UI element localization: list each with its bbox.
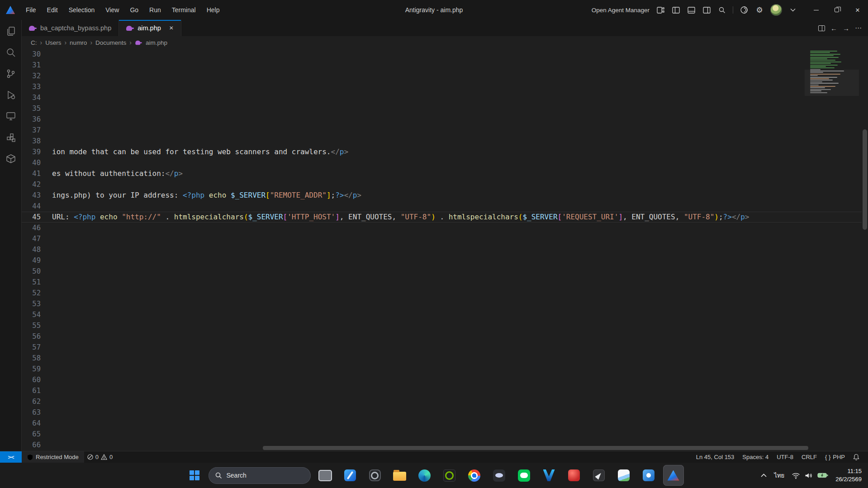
- horizontal-scrollbar[interactable]: [22, 445, 862, 451]
- editor-line[interactable]: 54: [22, 309, 862, 320]
- breadcrumb-item[interactable]: aim.php: [146, 39, 167, 46]
- red-app-icon[interactable]: [564, 465, 584, 486]
- editor-line[interactable]: 51: [22, 277, 862, 288]
- edge-browser-icon[interactable]: [414, 465, 435, 486]
- editor-line[interactable]: 64: [22, 418, 862, 429]
- split-editor-icon[interactable]: [818, 25, 825, 31]
- menu-terminal[interactable]: Terminal: [167, 4, 201, 16]
- editor-line[interactable]: 40: [22, 157, 862, 168]
- blue-v-app-icon[interactable]: [539, 465, 560, 486]
- open-agent-manager-button[interactable]: Open Agent Manager: [592, 7, 650, 14]
- system-tray-group[interactable]: [792, 472, 828, 479]
- agent-manager-icon[interactable]: [656, 5, 665, 14]
- editor-line[interactable]: 42: [22, 179, 862, 190]
- editor-line[interactable]: 36: [22, 114, 862, 125]
- paint-blue-app-icon[interactable]: [638, 465, 659, 486]
- editor-line[interactable]: 58: [22, 353, 862, 364]
- indentation-setting[interactable]: Spaces: 4: [738, 454, 773, 460]
- pen-app-icon[interactable]: [588, 465, 609, 486]
- editor-line[interactable]: 39ion mode that can be used for testing …: [22, 147, 862, 157]
- editor-line[interactable]: 57: [22, 342, 862, 353]
- extensions-icon[interactable]: [2, 129, 20, 146]
- editor-line[interactable]: 41es without authentication:</p>: [22, 168, 862, 179]
- navigate-forward-icon[interactable]: →: [843, 24, 849, 32]
- minimap[interactable]: [810, 50, 854, 93]
- notifications-bell-icon[interactable]: [849, 454, 863, 460]
- chevron-down-icon[interactable]: [788, 5, 797, 14]
- toggle-bottom-panel-icon[interactable]: [687, 5, 696, 14]
- vertical-scrollbar[interactable]: [862, 49, 868, 451]
- editor-line[interactable]: 60: [22, 374, 862, 385]
- tab-aim.php[interactable]: aim.php✕: [119, 20, 181, 36]
- close-button[interactable]: ✕: [847, 0, 868, 20]
- search-icon[interactable]: [2, 44, 20, 61]
- editor-line[interactable]: 31: [22, 60, 862, 71]
- dark-circle-app-icon[interactable]: [365, 465, 385, 486]
- menu-edit[interactable]: Edit: [42, 4, 63, 16]
- editor-line[interactable]: 48: [22, 244, 862, 255]
- editor-line[interactable]: 52: [22, 288, 862, 298]
- discord-app-icon[interactable]: [489, 465, 510, 486]
- editor-line[interactable]: 53: [22, 298, 862, 309]
- editor-line[interactable]: 32: [22, 71, 862, 81]
- hidden-icons-chevron-icon[interactable]: [761, 474, 767, 477]
- source-control-icon[interactable]: [2, 65, 20, 82]
- menu-file[interactable]: File: [21, 4, 41, 16]
- taskbar-search-box[interactable]: Search: [209, 467, 311, 484]
- horizontal-scrollbar-thumb[interactable]: [263, 446, 808, 450]
- breadcrumb-item[interactable]: numro: [70, 39, 87, 46]
- menu-selection[interactable]: Selection: [64, 4, 100, 16]
- problems-indicator[interactable]: 0 0: [84, 451, 116, 463]
- menu-view[interactable]: View: [100, 4, 124, 16]
- editor-line[interactable]: 34: [22, 92, 862, 103]
- menu-help[interactable]: Help: [202, 4, 225, 16]
- settings-gear-icon[interactable]: ⚙: [755, 5, 764, 14]
- editor-line[interactable]: 38: [22, 136, 862, 147]
- editor-line[interactable]: 37: [22, 125, 862, 136]
- package-icon[interactable]: [2, 150, 20, 167]
- antigravity-app-icon[interactable]: [663, 465, 684, 486]
- code-editor[interactable]: 30313233343536373839ion mode that can be…: [22, 49, 868, 451]
- nvidia-app-icon[interactable]: [439, 465, 460, 486]
- photos-app-icon[interactable]: [613, 465, 634, 486]
- search-icon[interactable]: [717, 5, 726, 14]
- encoding-setting[interactable]: UTF-8: [773, 454, 797, 460]
- editor-line[interactable]: 56: [22, 331, 862, 342]
- breadcrumb-item[interactable]: C:: [31, 39, 37, 46]
- language-indicator[interactable]: ไทย: [774, 471, 784, 480]
- start-button[interactable]: [185, 465, 204, 485]
- tab-ba_captcha_bypass.php[interactable]: ba_captcha_bypass.php: [22, 20, 119, 36]
- editor-line[interactable]: 63: [22, 407, 862, 418]
- vertical-scrollbar-thumb[interactable]: [863, 129, 867, 230]
- editor-line[interactable]: 30: [22, 49, 862, 60]
- editor-line[interactable]: 47: [22, 233, 862, 244]
- navigate-back-icon[interactable]: ←: [830, 24, 837, 32]
- editor-line[interactable]: 61: [22, 385, 862, 396]
- restore-button[interactable]: [826, 0, 847, 20]
- language-mode[interactable]: { } PHP: [821, 454, 849, 460]
- editor-line[interactable]: 65: [22, 429, 862, 440]
- run-debug-icon[interactable]: [2, 86, 20, 104]
- menu-run[interactable]: Run: [144, 4, 166, 16]
- close-icon[interactable]: ✕: [169, 25, 174, 31]
- line-app-icon[interactable]: [514, 465, 535, 486]
- explorer-icon[interactable]: [2, 23, 20, 40]
- toggle-left-sidebar-icon[interactable]: [671, 5, 680, 14]
- blue-z-app-icon[interactable]: [340, 465, 360, 486]
- file-explorer-icon[interactable]: [389, 465, 410, 486]
- editor-line[interactable]: 49: [22, 255, 862, 266]
- menu-go[interactable]: Go: [125, 4, 143, 16]
- editor-line[interactable]: 46: [22, 223, 862, 233]
- editor-line[interactable]: 45URL: <?php echo "http://" . htmlspecia…: [22, 212, 862, 223]
- editor-line[interactable]: 33: [22, 81, 862, 92]
- assistant-spiral-icon[interactable]: [740, 5, 749, 14]
- cursor-position[interactable]: Ln 45, Col 153: [692, 454, 739, 460]
- editor-line[interactable]: 43ings.php) to your IP address: <?php ec…: [22, 190, 862, 201]
- restricted-mode-badge[interactable]: Restricted Mode: [22, 451, 84, 463]
- more-actions-icon[interactable]: ⋯: [855, 24, 862, 32]
- minimize-button[interactable]: [806, 0, 826, 20]
- editor-line[interactable]: 62: [22, 396, 862, 407]
- clock[interactable]: 11:15 26/2/2569: [835, 467, 862, 483]
- remote-indicator[interactable]: ><: [0, 451, 22, 463]
- editor-line[interactable]: 44: [22, 201, 862, 212]
